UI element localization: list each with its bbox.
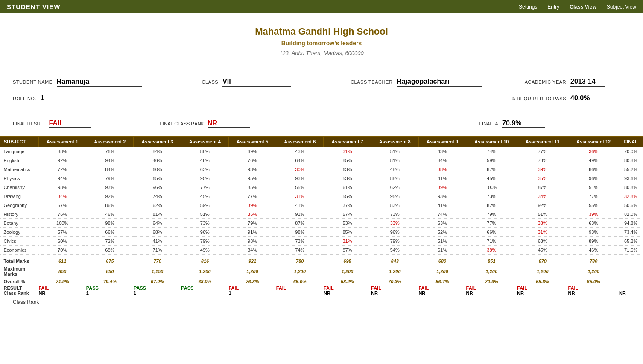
max-marks-cell: 1,200 — [276, 265, 324, 278]
grade-cell: 31% — [276, 192, 324, 201]
teacher-value: Rajagopalachari — [397, 78, 482, 87]
result-label: RESULT — [0, 285, 39, 291]
result-cell — [619, 285, 643, 291]
result-cell: PASS — [134, 285, 181, 291]
classrank-cell — [181, 291, 228, 296]
grade-cell: 38% — [418, 165, 466, 174]
subject-name: Physics — [0, 174, 39, 183]
nav-entry[interactable]: Entry — [547, 4, 559, 10]
pass-pct-value: 40.0% — [570, 94, 605, 103]
grade-cell: 94% — [39, 174, 86, 183]
overall-pct-label: Overall % — [0, 278, 39, 285]
max-marks-cell: 850 — [39, 265, 86, 278]
total-marks-cell: 780 — [568, 257, 619, 265]
grade-cell: 60% — [39, 237, 86, 246]
academic-value: 2013-14 — [570, 78, 605, 87]
col-a2: Assessment 2 — [86, 137, 134, 147]
grade-cell: 43% — [276, 147, 324, 156]
classrank-cell: NR — [466, 291, 517, 296]
subject-name: Chemistry — [0, 183, 39, 192]
nav-subjectview[interactable]: Subject View — [607, 4, 636, 10]
col-final: FINAL — [619, 137, 643, 147]
grade-cell: 61% — [418, 246, 466, 255]
grade-cell: 57% — [39, 201, 86, 210]
grade-cell: 66% — [466, 228, 517, 237]
overall-pct-cell: 70.9% — [466, 278, 517, 285]
result-cell: FAIL — [324, 285, 371, 291]
total-marks-cell: 698 — [324, 257, 371, 265]
grade-cell: 84% — [418, 156, 466, 165]
table-header-row: SUBJECT Assessment 1 Assessment 2 Assess… — [0, 137, 643, 147]
grade-cell: 45% — [181, 192, 228, 201]
pass-pct-label: % REQUIRED TO PASS — [511, 96, 566, 101]
grade-cell: 77% — [517, 147, 568, 156]
grade-cell: 96% — [371, 228, 418, 237]
classrank-cell: NR — [517, 291, 568, 296]
subject-name: Mathematics — [0, 165, 39, 174]
school-info: Mahatma Gandhi High School Building tomo… — [0, 13, 643, 61]
grade-cell: 63% — [181, 165, 228, 174]
result-row: RESULTFAILPASSPASSPASSFAILFAILFAILFAILFA… — [0, 285, 643, 291]
table-row: Geography57%86%62%59%39%41%37%83%41%82%9… — [0, 201, 643, 210]
grade-cell: 59% — [466, 156, 517, 165]
grade-cell: 65.2% — [619, 237, 643, 246]
table-row: Zoology57%66%68%96%91%98%85%96%52%66%31%… — [0, 228, 643, 237]
grade-cell: 30% — [276, 165, 324, 174]
grade-cell: 80.8% — [619, 183, 643, 192]
grade-cell: 64% — [276, 156, 324, 165]
final-result-value: FAIL — [49, 119, 91, 128]
academic-label: ACADEMIC YEAR — [525, 79, 566, 84]
classrank-cell: NR — [324, 291, 371, 296]
grade-cell: 51% — [418, 237, 466, 246]
grade-cell: 87% — [324, 246, 371, 255]
grade-cell: 78% — [517, 156, 568, 165]
grade-cell: 46% — [568, 246, 619, 255]
max-marks-cell: 1,200 — [517, 265, 568, 278]
grade-cell: 50.6% — [619, 201, 643, 210]
grade-cell: 81% — [371, 156, 418, 165]
col-a7: Assessment 7 — [324, 137, 371, 147]
max-marks-cell: 1,200 — [181, 265, 228, 278]
subject-name: Drawing — [0, 192, 39, 201]
grade-cell: 98% — [276, 228, 324, 237]
grade-cell: 53% — [324, 174, 371, 183]
grade-cell: 33% — [371, 219, 418, 228]
grade-cell: 31% — [517, 228, 568, 237]
grade-cell: 100% — [466, 183, 517, 192]
grade-cell: 52% — [418, 228, 466, 237]
final-pct-label: FINAL % — [479, 121, 498, 126]
subject-name: Geography — [0, 201, 39, 210]
grade-cell: 85% — [324, 228, 371, 237]
grade-cell: 100% — [39, 219, 86, 228]
class-label: CLASS — [202, 79, 219, 84]
table-footer: Total Marks61167577081692178069884368085… — [0, 255, 643, 296]
overall-pct-cell — [619, 278, 643, 285]
grade-cell: 41% — [418, 174, 466, 183]
student-main-row: STUDENT NAME Ramanuja CLASS VII CLASS TE… — [13, 78, 630, 87]
col-a9: Assessment 9 — [418, 137, 466, 147]
grade-cell: 86% — [568, 165, 619, 174]
result-cell: PASS — [86, 285, 134, 291]
result-cell: FAIL — [371, 285, 418, 291]
grade-cell: 91% — [276, 210, 324, 219]
classrank-cell — [276, 291, 324, 296]
grade-cell: 93% — [276, 174, 324, 183]
nav-settings[interactable]: Settings — [519, 4, 537, 10]
teacher-group: CLASS TEACHER Rajagopalachari — [351, 78, 482, 87]
grade-cell: 60% — [134, 165, 181, 174]
grade-cell: 93% — [568, 228, 619, 237]
table-body: Language88%76%84%88%69%43%31%51%43%74%77… — [0, 147, 643, 255]
max-marks-cell — [619, 265, 643, 278]
nav-classview[interactable]: Class View — [570, 4, 596, 10]
final-result-label: FINAL RESULT — [13, 121, 45, 126]
subject-name: Botany — [0, 219, 39, 228]
grade-cell: 62% — [371, 183, 418, 192]
grade-cell: 55% — [324, 192, 371, 201]
grade-cell: 86% — [86, 201, 134, 210]
grade-cell: 39% — [568, 210, 619, 219]
grade-cell: 77% — [181, 183, 228, 192]
total-marks-cell: 680 — [418, 257, 466, 265]
grade-cell: 77% — [466, 219, 517, 228]
grade-cell: 38% — [466, 246, 517, 255]
col-a6: Assessment 6 — [276, 137, 324, 147]
